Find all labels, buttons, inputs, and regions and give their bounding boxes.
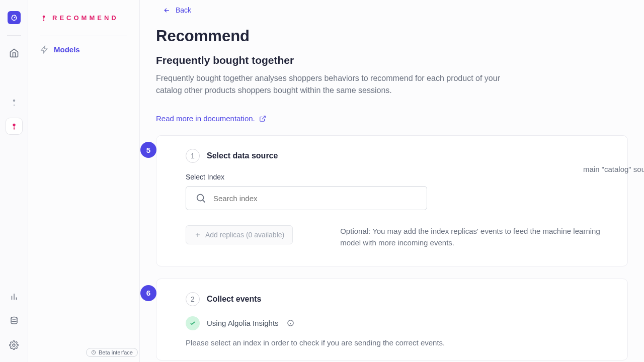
svg-point-1: [13, 100, 15, 102]
step-card-2: 6 2 Collect events Using Algolia Insight…: [156, 279, 628, 360]
app-logo[interactable]: [8, 11, 21, 24]
svg-point-2: [13, 105, 14, 106]
events-note: Please select an index in order to check…: [186, 338, 613, 347]
rail-divider: [7, 35, 21, 36]
sidebar-item-label: Models: [54, 45, 80, 54]
active-nav-icon[interactable]: [6, 118, 22, 134]
step-badge: 6: [140, 285, 156, 301]
replica-description: Optional: You may add the index replicas…: [340, 225, 613, 249]
sidebar-divider: [40, 36, 127, 36]
recommend-nav-icon[interactable]: [6, 94, 22, 110]
field-label: Select Index: [186, 173, 613, 181]
home-icon[interactable]: [6, 45, 22, 61]
svg-point-3: [13, 124, 15, 126]
svg-point-11: [197, 195, 204, 201]
sidebar-item-models[interactable]: Models: [40, 45, 127, 54]
settings-icon[interactable]: [6, 337, 22, 353]
page-description: Frequently bought together analyses shop…: [156, 72, 518, 98]
svg-point-6: [13, 344, 15, 346]
step-number: 2: [186, 292, 200, 306]
svg-point-5: [11, 317, 17, 320]
brand: RECOMMEND: [40, 14, 127, 22]
nav-rail: [0, 0, 28, 362]
brand-text: RECOMMEND: [52, 14, 119, 22]
page-subtitle: Frequently bought together: [156, 54, 628, 66]
arrow-left-icon: [163, 7, 171, 14]
svg-point-9: [43, 20, 44, 21]
search-index-input[interactable]: [186, 186, 427, 210]
svg-point-7: [43, 15, 45, 18]
plus-icon: [194, 231, 201, 238]
analytics-icon[interactable]: [6, 289, 22, 305]
external-link-icon: [259, 115, 266, 122]
search-input[interactable]: [213, 194, 418, 203]
clock-icon: [91, 350, 96, 355]
check-icon: [186, 316, 200, 330]
step-badge: 5: [140, 142, 156, 158]
step-title: Collect events: [207, 295, 261, 304]
back-button[interactable]: Back: [156, 6, 191, 14]
beta-badge[interactable]: Beta interface: [86, 348, 138, 357]
lightning-icon: [40, 45, 49, 54]
catalog-hint: main "catalog" source, from which recomm…: [583, 164, 644, 175]
main-content: Back Recommend Frequently bought togethe…: [140, 0, 644, 362]
step-card-1: 5 1 Select data source Select Index main…: [156, 135, 628, 266]
page-title: Recommend: [156, 27, 628, 45]
database-icon[interactable]: [6, 313, 22, 329]
search-icon: [195, 193, 206, 204]
step-number: 1: [186, 149, 200, 163]
info-icon[interactable]: [287, 319, 294, 327]
documentation-link[interactable]: Read more in documentation.: [156, 114, 266, 123]
svg-rect-8: [43, 18, 44, 20]
svg-point-4: [13, 128, 15, 130]
insights-label: Using Algolia Insights: [207, 319, 279, 327]
sidebar: RECOMMEND Models Beta interface: [28, 0, 140, 362]
step-title: Select data source: [207, 151, 278, 160]
add-replicas-button[interactable]: Add replicas (0 available): [186, 225, 293, 244]
brand-icon: [40, 15, 47, 22]
